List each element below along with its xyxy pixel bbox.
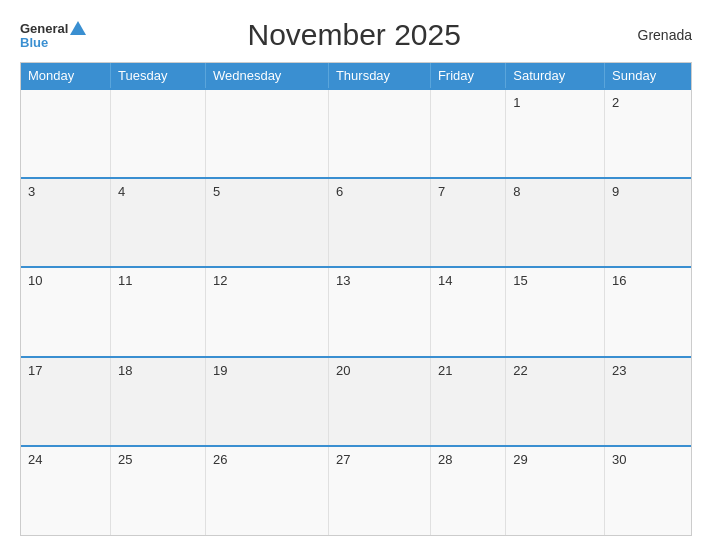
- col-tuesday: Tuesday: [111, 63, 206, 89]
- day-cell-w1-wed: [205, 89, 328, 178]
- day-cell-5: 5: [205, 178, 328, 267]
- calendar-tbody: 1 2 3 4 5 6 7 8 9 10 11 12 13 14: [21, 89, 691, 535]
- calendar-thead: Monday Tuesday Wednesday Thursday Friday…: [21, 63, 691, 89]
- week-row-3: 10 11 12 13 14 15 16: [21, 267, 691, 356]
- calendar-grid: Monday Tuesday Wednesday Thursday Friday…: [20, 62, 692, 536]
- day-cell-18: 18: [111, 357, 206, 446]
- day-cell-21: 21: [430, 357, 505, 446]
- day-cell-19: 19: [205, 357, 328, 446]
- col-saturday: Saturday: [506, 63, 605, 89]
- week-row-4: 17 18 19 20 21 22 23: [21, 357, 691, 446]
- day-cell-20: 20: [328, 357, 430, 446]
- day-cell-8: 8: [506, 178, 605, 267]
- day-cell-10: 10: [21, 267, 111, 356]
- day-cell-23: 23: [605, 357, 691, 446]
- day-cell-w1-tue: [111, 89, 206, 178]
- day-cell-28: 28: [430, 446, 505, 535]
- logo-triangle-icon: [70, 21, 86, 35]
- day-cell-3: 3: [21, 178, 111, 267]
- day-cell-w1-mon: [21, 89, 111, 178]
- day-cell-9: 9: [605, 178, 691, 267]
- day-cell-w1-fri: [430, 89, 505, 178]
- day-cell-6: 6: [328, 178, 430, 267]
- day-cell-26: 26: [205, 446, 328, 535]
- calendar-page: General Blue November 2025 Grenada Monda…: [0, 0, 712, 550]
- day-cell-13: 13: [328, 267, 430, 356]
- col-sunday: Sunday: [605, 63, 691, 89]
- col-wednesday: Wednesday: [205, 63, 328, 89]
- calendar-header: General Blue November 2025 Grenada: [20, 18, 692, 52]
- week-row-5: 24 25 26 27 28 29 30: [21, 446, 691, 535]
- week-row-1: 1 2: [21, 89, 691, 178]
- day-cell-25: 25: [111, 446, 206, 535]
- day-cell-27: 27: [328, 446, 430, 535]
- day-cell-30: 30: [605, 446, 691, 535]
- logo-blue: Blue: [20, 36, 48, 49]
- header-row: Monday Tuesday Wednesday Thursday Friday…: [21, 63, 691, 89]
- logo-stack: General Blue: [20, 21, 86, 49]
- day-cell-29: 29: [506, 446, 605, 535]
- logo: General Blue: [20, 21, 86, 49]
- calendar-title: November 2025: [86, 18, 622, 52]
- day-cell-22: 22: [506, 357, 605, 446]
- day-cell-16: 16: [605, 267, 691, 356]
- col-monday: Monday: [21, 63, 111, 89]
- logo-general: General: [20, 22, 68, 35]
- day-cell-12: 12: [205, 267, 328, 356]
- day-cell-1: 1: [506, 89, 605, 178]
- day-cell-11: 11: [111, 267, 206, 356]
- logo-icon: General: [20, 21, 86, 35]
- day-cell-24: 24: [21, 446, 111, 535]
- col-friday: Friday: [430, 63, 505, 89]
- day-cell-15: 15: [506, 267, 605, 356]
- col-thursday: Thursday: [328, 63, 430, 89]
- day-cell-w1-thu: [328, 89, 430, 178]
- country-label: Grenada: [622, 27, 692, 43]
- day-cell-17: 17: [21, 357, 111, 446]
- week-row-2: 3 4 5 6 7 8 9: [21, 178, 691, 267]
- day-cell-4: 4: [111, 178, 206, 267]
- day-cell-7: 7: [430, 178, 505, 267]
- day-cell-2: 2: [605, 89, 691, 178]
- calendar-table: Monday Tuesday Wednesday Thursday Friday…: [21, 63, 691, 535]
- day-cell-14: 14: [430, 267, 505, 356]
